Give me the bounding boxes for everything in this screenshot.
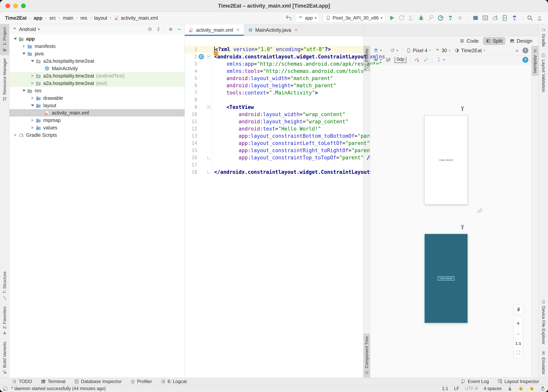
tree-row-manifests[interactable]: manifests xyxy=(9,42,184,50)
revert-arrow-icon[interactable] xyxy=(285,15,292,21)
code-line-16[interactable]: 16 app:layout_constraintTop_toTopOf="par… xyxy=(185,154,363,161)
fold-open-icon[interactable] xyxy=(207,55,211,58)
toolwindow-button-todo[interactable]: TODO xyxy=(12,379,32,384)
caret-position[interactable]: 1:1 xyxy=(442,386,448,391)
toolwindow-button-event-log[interactable]: Event Log xyxy=(461,379,489,384)
code-line-1[interactable]: 1<?xml version="1.0" encoding="utf-8"?> xyxy=(185,46,363,53)
overflow-chevrons[interactable]: » xyxy=(515,47,519,54)
code-line-14[interactable]: 14 app:layout_constraintLeft_toLeftOf="p… xyxy=(185,140,363,147)
editor-tab-mainactivity-java[interactable]: CMainActivity.java✕ xyxy=(244,24,302,36)
toolwindow-button-6-logcat[interactable]: 6: Logcat xyxy=(161,379,187,384)
breadcrumb-item-res[interactable]: res xyxy=(80,15,87,21)
apply-code-changes-button[interactable] xyxy=(408,15,415,21)
tree-row-layout[interactable]: layout xyxy=(9,102,184,109)
help-button[interactable]: ? xyxy=(522,57,528,63)
design-surface-selector[interactable]: ▾ xyxy=(373,48,382,53)
tree-row-mainactivity[interactable]: CMainActivity xyxy=(9,65,184,72)
toolwindow-button-terminal[interactable]: Terminal xyxy=(41,379,65,384)
search-button[interactable] xyxy=(527,15,533,21)
zoom-to-100-button[interactable]: 1:1 xyxy=(515,341,521,346)
attach-debugger-button[interactable] xyxy=(428,15,434,21)
select-opened-file-button[interactable] xyxy=(147,27,152,32)
code-line-15[interactable]: 15 app:layout_constraintRight_toRightOf=… xyxy=(185,147,363,154)
code-line-2[interactable]: 2C<androidx.constraintlayout.widget.Cons… xyxy=(185,53,363,60)
tree-row-java[interactable]: java xyxy=(9,50,184,57)
sidebar-tab-device-file-explorer[interactable]: Device File Explorer xyxy=(539,296,548,348)
device-manager-button[interactable] xyxy=(482,15,489,21)
zoom-to-fit-button[interactable] xyxy=(516,350,521,355)
clear-constraints-button[interactable] xyxy=(414,57,419,62)
toolwindow-button-layout-inspector[interactable]: Layout Inspector xyxy=(498,379,539,384)
breadcrumb-item-time2eat[interactable]: Time2Eat xyxy=(5,15,27,21)
attributes-tab[interactable]: Attributes xyxy=(532,46,539,76)
apply-changes-button[interactable] xyxy=(398,15,405,21)
sidebar-tab-emulator[interactable]: Emulator xyxy=(539,348,548,378)
intention-bulb-icon[interactable] xyxy=(214,51,218,56)
line-ending[interactable]: LF xyxy=(454,386,459,391)
issues-badge[interactable]: ! xyxy=(522,48,528,53)
sdk-manager-button[interactable] xyxy=(511,15,518,21)
tree-row-values[interactable]: values xyxy=(9,124,184,131)
tree-expanded-arrow[interactable] xyxy=(30,105,35,107)
hide-panel-button[interactable] xyxy=(177,27,182,32)
code-line-8[interactable]: 8 xyxy=(185,96,363,104)
mode-button-code[interactable]: Code xyxy=(457,37,481,45)
tree-collapsed-arrow[interactable] xyxy=(30,74,35,77)
tree-row-activity-main-xml[interactable]: </>activity_main.xml xyxy=(9,109,184,117)
readonly-lock-icon[interactable] xyxy=(507,386,513,391)
mode-button-split[interactable]: Split xyxy=(483,37,505,45)
close-icon[interactable]: ✕ xyxy=(236,28,240,33)
settings-gear-icon[interactable] xyxy=(168,27,173,32)
toolwindow-toggle-icon[interactable] xyxy=(3,386,8,391)
code-line-5[interactable]: 5 android:layout_width="match_parent" xyxy=(185,75,363,82)
fold-open-icon[interactable] xyxy=(207,105,211,109)
device-selector[interactable]: Pixel 4 ˅ xyxy=(406,48,431,53)
toolwindow-button-profiler[interactable]: Profiler xyxy=(130,379,152,384)
component-tree-tab[interactable]: Component Tree xyxy=(364,334,370,378)
code-line-11[interactable]: 11 android:layout_height="wrap_content" xyxy=(185,118,363,125)
code-line-17[interactable]: 17 xyxy=(185,161,363,168)
breadcrumb-item-app[interactable]: app xyxy=(34,15,42,21)
sidebar-tab-layout-validation[interactable]: Layout Validation xyxy=(539,50,548,95)
sidebar-tab-2-favorites[interactable]: 2: Favorites xyxy=(0,303,9,339)
infer-constraints-button[interactable] xyxy=(423,57,428,62)
collapse-all-button[interactable] xyxy=(156,27,161,32)
tree-collapsed-arrow[interactable] xyxy=(30,97,35,99)
code-line-10[interactable]: 10 android:layout_width="wrap_content" xyxy=(185,111,363,118)
indent-setting[interactable]: 4 spaces xyxy=(484,386,502,391)
api-selector[interactable]: 30 ˅ xyxy=(435,48,450,53)
avatar-button[interactable] xyxy=(536,15,543,21)
device-select[interactable]: Pixel_3a_API_30_x86▾ xyxy=(323,14,386,22)
breadcrumb-item-src[interactable]: src xyxy=(49,15,56,21)
stop-button[interactable] xyxy=(457,15,464,21)
sidebar-tab-1-project[interactable]: 1: Project xyxy=(0,24,9,55)
blueprint-preview-frame[interactable]: Hello World! xyxy=(424,234,468,323)
feedback-happy-icon[interactable] xyxy=(518,386,523,391)
default-margin-selector[interactable]: 0dp xyxy=(395,57,406,63)
tree-expanded-arrow[interactable] xyxy=(21,90,27,92)
pack-selector[interactable]: ▾ xyxy=(436,57,445,62)
code-line-7[interactable]: 7 tools:context=".MainActivity"> xyxy=(185,89,363,96)
editor-tab-activity-main-xml[interactable]: </>activity_main.xml✕ xyxy=(185,24,244,36)
code-line-6[interactable]: 6 android:layout_height="match_parent" xyxy=(185,82,363,89)
resize-handle[interactable] xyxy=(476,207,483,214)
debug-button[interactable] xyxy=(418,15,424,21)
code-line-9[interactable]: 9 <TextView xyxy=(185,104,363,111)
zoom-out-button[interactable]: − xyxy=(516,331,520,337)
project-view-selector[interactable]: Android xyxy=(19,27,36,32)
sidebar-tab-resource-manager[interactable]: Resource Manager xyxy=(0,55,9,105)
avd-manager-button[interactable] xyxy=(501,15,508,21)
code-line-3[interactable]: 3 xmlns:app="http://schemas.android.com/… xyxy=(185,60,363,67)
tree-row-res[interactable]: res xyxy=(9,87,184,94)
tree-row-a2a-hospitality-time2eat[interactable]: a2a.hospitality.time2eat(test) xyxy=(9,79,184,87)
tree-collapsed-arrow[interactable] xyxy=(13,133,18,137)
theme-selector[interactable]: Time2Eat ˅ xyxy=(455,48,485,53)
close-icon[interactable]: ✕ xyxy=(294,28,298,33)
palette-tab[interactable]: Palette xyxy=(364,46,370,71)
gradle-sync-button[interactable] xyxy=(492,15,498,21)
breadcrumb-item-activity-main-xml[interactable]: </>activity_main.xml xyxy=(114,15,158,21)
proj-structure-button[interactable] xyxy=(472,15,479,21)
orientation-selector[interactable]: ▾ xyxy=(390,48,398,53)
code-line-12[interactable]: 12 android:text="Hello World!" xyxy=(185,125,363,132)
code-line-18[interactable]: 18</androidx.constraintlayout.widget.Con… xyxy=(185,168,363,175)
